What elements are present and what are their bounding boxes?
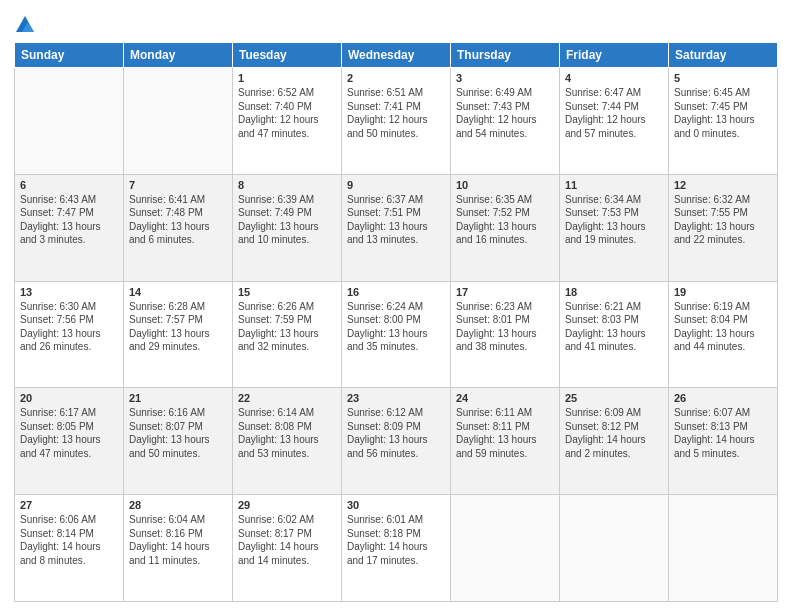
calendar-cell: 16Sunrise: 6:24 AM Sunset: 8:00 PM Dayli… [342, 281, 451, 388]
calendar-cell: 20Sunrise: 6:17 AM Sunset: 8:05 PM Dayli… [15, 388, 124, 495]
day-detail: Sunrise: 6:37 AM Sunset: 7:51 PM Dayligh… [347, 193, 445, 247]
weekday-header-monday: Monday [124, 43, 233, 68]
day-detail: Sunrise: 6:01 AM Sunset: 8:18 PM Dayligh… [347, 513, 445, 567]
calendar-table: SundayMondayTuesdayWednesdayThursdayFrid… [14, 42, 778, 602]
day-number: 29 [238, 499, 336, 511]
day-detail: Sunrise: 6:41 AM Sunset: 7:48 PM Dayligh… [129, 193, 227, 247]
calendar-cell: 7Sunrise: 6:41 AM Sunset: 7:48 PM Daylig… [124, 174, 233, 281]
page: SundayMondayTuesdayWednesdayThursdayFrid… [0, 0, 792, 612]
weekday-header-tuesday: Tuesday [233, 43, 342, 68]
calendar-cell: 30Sunrise: 6:01 AM Sunset: 8:18 PM Dayli… [342, 495, 451, 602]
calendar-cell: 21Sunrise: 6:16 AM Sunset: 8:07 PM Dayli… [124, 388, 233, 495]
day-detail: Sunrise: 6:02 AM Sunset: 8:17 PM Dayligh… [238, 513, 336, 567]
calendar-cell [124, 68, 233, 175]
day-number: 17 [456, 286, 554, 298]
calendar-cell: 27Sunrise: 6:06 AM Sunset: 8:14 PM Dayli… [15, 495, 124, 602]
day-detail: Sunrise: 6:28 AM Sunset: 7:57 PM Dayligh… [129, 300, 227, 354]
day-number: 20 [20, 392, 118, 404]
calendar-cell: 6Sunrise: 6:43 AM Sunset: 7:47 PM Daylig… [15, 174, 124, 281]
day-number: 28 [129, 499, 227, 511]
week-row-3: 13Sunrise: 6:30 AM Sunset: 7:56 PM Dayli… [15, 281, 778, 388]
day-number: 26 [674, 392, 772, 404]
day-detail: Sunrise: 6:04 AM Sunset: 8:16 PM Dayligh… [129, 513, 227, 567]
day-number: 1 [238, 72, 336, 84]
calendar-cell: 10Sunrise: 6:35 AM Sunset: 7:52 PM Dayli… [451, 174, 560, 281]
day-number: 13 [20, 286, 118, 298]
day-detail: Sunrise: 6:47 AM Sunset: 7:44 PM Dayligh… [565, 86, 663, 140]
calendar-cell: 1Sunrise: 6:52 AM Sunset: 7:40 PM Daylig… [233, 68, 342, 175]
calendar-cell: 13Sunrise: 6:30 AM Sunset: 7:56 PM Dayli… [15, 281, 124, 388]
week-row-5: 27Sunrise: 6:06 AM Sunset: 8:14 PM Dayli… [15, 495, 778, 602]
weekday-header-row: SundayMondayTuesdayWednesdayThursdayFrid… [15, 43, 778, 68]
day-number: 22 [238, 392, 336, 404]
logo [14, 14, 39, 36]
week-row-1: 1Sunrise: 6:52 AM Sunset: 7:40 PM Daylig… [15, 68, 778, 175]
weekday-header-friday: Friday [560, 43, 669, 68]
day-detail: Sunrise: 6:14 AM Sunset: 8:08 PM Dayligh… [238, 406, 336, 460]
day-number: 11 [565, 179, 663, 191]
day-detail: Sunrise: 6:26 AM Sunset: 7:59 PM Dayligh… [238, 300, 336, 354]
day-detail: Sunrise: 6:45 AM Sunset: 7:45 PM Dayligh… [674, 86, 772, 140]
calendar-cell: 9Sunrise: 6:37 AM Sunset: 7:51 PM Daylig… [342, 174, 451, 281]
day-number: 4 [565, 72, 663, 84]
week-row-4: 20Sunrise: 6:17 AM Sunset: 8:05 PM Dayli… [15, 388, 778, 495]
day-detail: Sunrise: 6:17 AM Sunset: 8:05 PM Dayligh… [20, 406, 118, 460]
calendar-cell [451, 495, 560, 602]
weekday-header-wednesday: Wednesday [342, 43, 451, 68]
calendar-cell: 17Sunrise: 6:23 AM Sunset: 8:01 PM Dayli… [451, 281, 560, 388]
day-detail: Sunrise: 6:12 AM Sunset: 8:09 PM Dayligh… [347, 406, 445, 460]
day-detail: Sunrise: 6:49 AM Sunset: 7:43 PM Dayligh… [456, 86, 554, 140]
calendar-cell: 3Sunrise: 6:49 AM Sunset: 7:43 PM Daylig… [451, 68, 560, 175]
day-detail: Sunrise: 6:52 AM Sunset: 7:40 PM Dayligh… [238, 86, 336, 140]
day-number: 3 [456, 72, 554, 84]
calendar-cell: 28Sunrise: 6:04 AM Sunset: 8:16 PM Dayli… [124, 495, 233, 602]
calendar-cell: 2Sunrise: 6:51 AM Sunset: 7:41 PM Daylig… [342, 68, 451, 175]
calendar-cell: 23Sunrise: 6:12 AM Sunset: 8:09 PM Dayli… [342, 388, 451, 495]
calendar-cell: 25Sunrise: 6:09 AM Sunset: 8:12 PM Dayli… [560, 388, 669, 495]
day-detail: Sunrise: 6:16 AM Sunset: 8:07 PM Dayligh… [129, 406, 227, 460]
calendar-cell: 4Sunrise: 6:47 AM Sunset: 7:44 PM Daylig… [560, 68, 669, 175]
day-detail: Sunrise: 6:19 AM Sunset: 8:04 PM Dayligh… [674, 300, 772, 354]
day-detail: Sunrise: 6:51 AM Sunset: 7:41 PM Dayligh… [347, 86, 445, 140]
day-number: 19 [674, 286, 772, 298]
day-detail: Sunrise: 6:23 AM Sunset: 8:01 PM Dayligh… [456, 300, 554, 354]
day-number: 18 [565, 286, 663, 298]
weekday-header-saturday: Saturday [669, 43, 778, 68]
day-detail: Sunrise: 6:35 AM Sunset: 7:52 PM Dayligh… [456, 193, 554, 247]
day-number: 15 [238, 286, 336, 298]
calendar-cell: 22Sunrise: 6:14 AM Sunset: 8:08 PM Dayli… [233, 388, 342, 495]
calendar-cell [669, 495, 778, 602]
day-number: 12 [674, 179, 772, 191]
day-number: 5 [674, 72, 772, 84]
day-number: 10 [456, 179, 554, 191]
day-number: 8 [238, 179, 336, 191]
day-number: 30 [347, 499, 445, 511]
calendar-cell: 8Sunrise: 6:39 AM Sunset: 7:49 PM Daylig… [233, 174, 342, 281]
day-number: 9 [347, 179, 445, 191]
day-detail: Sunrise: 6:34 AM Sunset: 7:53 PM Dayligh… [565, 193, 663, 247]
day-detail: Sunrise: 6:21 AM Sunset: 8:03 PM Dayligh… [565, 300, 663, 354]
day-number: 21 [129, 392, 227, 404]
day-number: 27 [20, 499, 118, 511]
day-detail: Sunrise: 6:07 AM Sunset: 8:13 PM Dayligh… [674, 406, 772, 460]
day-detail: Sunrise: 6:39 AM Sunset: 7:49 PM Dayligh… [238, 193, 336, 247]
calendar-cell: 12Sunrise: 6:32 AM Sunset: 7:55 PM Dayli… [669, 174, 778, 281]
calendar-cell [560, 495, 669, 602]
day-detail: Sunrise: 6:11 AM Sunset: 8:11 PM Dayligh… [456, 406, 554, 460]
header [14, 10, 778, 36]
calendar-cell: 29Sunrise: 6:02 AM Sunset: 8:17 PM Dayli… [233, 495, 342, 602]
calendar-cell: 11Sunrise: 6:34 AM Sunset: 7:53 PM Dayli… [560, 174, 669, 281]
day-number: 24 [456, 392, 554, 404]
day-number: 25 [565, 392, 663, 404]
day-detail: Sunrise: 6:06 AM Sunset: 8:14 PM Dayligh… [20, 513, 118, 567]
day-number: 16 [347, 286, 445, 298]
day-number: 2 [347, 72, 445, 84]
calendar-cell [15, 68, 124, 175]
calendar-cell: 14Sunrise: 6:28 AM Sunset: 7:57 PM Dayli… [124, 281, 233, 388]
day-number: 14 [129, 286, 227, 298]
day-detail: Sunrise: 6:43 AM Sunset: 7:47 PM Dayligh… [20, 193, 118, 247]
day-detail: Sunrise: 6:30 AM Sunset: 7:56 PM Dayligh… [20, 300, 118, 354]
calendar-cell: 26Sunrise: 6:07 AM Sunset: 8:13 PM Dayli… [669, 388, 778, 495]
calendar-cell: 24Sunrise: 6:11 AM Sunset: 8:11 PM Dayli… [451, 388, 560, 495]
logo-icon [14, 14, 36, 36]
